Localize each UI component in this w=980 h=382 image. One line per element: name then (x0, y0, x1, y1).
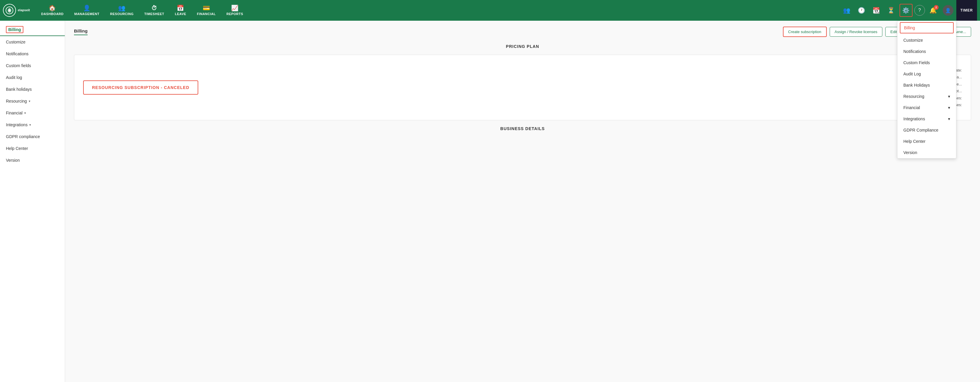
timesheet-icon: ⏱ (151, 5, 158, 11)
logo-text: elapseit (18, 8, 30, 12)
sidebar-integrations-chevron: ▾ (29, 123, 31, 127)
resourcing-icon: 👥 (118, 5, 126, 11)
nav-management[interactable]: 👤 MANAGEMENT (69, 0, 105, 21)
nav-reports-label: REPORTS (226, 12, 243, 16)
dropdown-financial-label: Financial (904, 105, 920, 110)
create-subscription-button[interactable]: Create subscription (783, 27, 827, 37)
content-header: Billing Create subscription Assign / Rev… (74, 27, 971, 37)
nav-timesheet-label: TIMESHEET (145, 12, 164, 16)
logo-circle (3, 4, 16, 17)
help-nav-icon[interactable]: ? (914, 5, 925, 16)
nav-resourcing-label: RESOURCING (110, 12, 134, 16)
user-avatar[interactable]: 👤 (942, 4, 955, 17)
nav-financial-label: FINANCIAL (197, 12, 216, 16)
sidebar-item-version[interactable]: Version (0, 154, 65, 166)
nav-leave-label: LEAVE (175, 12, 186, 16)
nav-resourcing[interactable]: 👥 RESOURCING (105, 0, 139, 21)
sidebar-item-gdpr[interactable]: GDPR compliance (0, 131, 65, 143)
dropdown-gdpr[interactable]: GDPR Compliance (897, 124, 956, 136)
dropdown-version[interactable]: Version (897, 147, 956, 158)
svg-point-1 (9, 10, 10, 11)
dropdown-integrations-chevron: ▾ (948, 116, 950, 121)
financial-icon: 💳 (203, 5, 210, 11)
sidebar-item-notifications[interactable]: Notifications (0, 48, 65, 60)
dropdown-bank-holidays[interactable]: Bank Holidays (897, 79, 956, 91)
notification-nav-icon[interactable]: 🔔 2 (927, 4, 940, 17)
sidebar-item-bank-holidays[interactable]: Bank holidays (0, 83, 65, 95)
management-icon: 👤 (83, 5, 91, 11)
pricing-plan-title: PRICING PLAN (74, 44, 971, 49)
people-nav-icon[interactable]: 👥 (840, 4, 853, 17)
leave-icon: 📅 (177, 5, 185, 11)
sidebar-item-billing[interactable]: Billing (0, 24, 65, 36)
hourglass-nav-icon[interactable]: ⏳ (885, 4, 898, 17)
dashboard-icon: 🏠 (49, 5, 56, 11)
dropdown-audit-log[interactable]: Audit Log (897, 68, 956, 79)
nav-dashboard[interactable]: 🏠 DASHBOARD (36, 0, 69, 21)
dropdown-integrations[interactable]: Integrations ▾ (897, 113, 956, 124)
subscription-status-badge: RESOURCING SUBSCRIPTION - CANCELED (83, 81, 198, 95)
nav-reports[interactable]: 📈 REPORTS (221, 0, 248, 21)
dropdown-billing[interactable]: Billing (900, 22, 954, 33)
clock-nav-icon[interactable]: 🕐 (855, 4, 868, 17)
sidebar-item-financial[interactable]: Financial ▾ (0, 107, 65, 119)
sidebar-item-integrations[interactable]: Integrations ▾ (0, 119, 65, 131)
sidebar-item-custom-fields[interactable]: Custom fields (0, 60, 65, 71)
dropdown-customize[interactable]: Customize (897, 35, 956, 46)
nav-menu: 🏠 DASHBOARD 👤 MANAGEMENT 👥 RESOURCING ⏱ … (36, 0, 840, 21)
dropdown-help-center[interactable]: Help Center (897, 136, 956, 147)
sidebar-item-audit-log[interactable]: Audit log (0, 71, 65, 83)
logo[interactable]: elapseit (3, 4, 30, 17)
dropdown-resourcing-chevron: ▾ (948, 94, 950, 99)
dropdown-custom-fields[interactable]: Custom Fields (897, 57, 956, 68)
nav-financial[interactable]: 💳 FINANCIAL (191, 0, 221, 21)
sidebar-resourcing-chevron: ▾ (29, 99, 30, 103)
main-layout: Billing Customize Notifications Custom f… (0, 21, 980, 382)
page-title: Billing (74, 29, 88, 35)
dropdown-financial-chevron: ▾ (948, 105, 950, 110)
notification-badge: 2 (934, 5, 939, 10)
nav-timesheet[interactable]: ⏱ TIMESHEET (139, 0, 170, 21)
sidebar-item-customize[interactable]: Customize (0, 36, 65, 48)
subscription-box: RESOURCING SUBSCRIPTION - CANCELED Regis… (74, 55, 971, 120)
nav-dashboard-label: DASHBOARD (41, 12, 64, 16)
top-navigation: elapseit 🏠 DASHBOARD 👤 MANAGEMENT 👥 RESO… (0, 0, 980, 21)
sidebar-billing-label: Billing (6, 26, 23, 33)
settings-dropdown: Billing Customize Notifications Custom F… (897, 21, 956, 159)
gear-nav-icon[interactable]: ⚙️ (899, 4, 913, 17)
reports-icon: 📈 (231, 5, 239, 11)
sidebar-financial-chevron: ▾ (24, 111, 26, 115)
sidebar-item-resourcing[interactable]: Resourcing ▾ (0, 95, 65, 107)
timer-button[interactable]: TIMER (956, 0, 977, 21)
logo-icon (5, 6, 14, 14)
dropdown-resourcing-label: Resourcing (904, 94, 924, 99)
nav-right-icons: 👥 🕐 📆 ⏳ ⚙️ ? 🔔 2 👤 TIMER (840, 0, 977, 21)
sidebar-item-help-center[interactable]: Help Center (0, 143, 65, 154)
assign-revoke-button[interactable]: Assign / Revoke licenses (830, 27, 883, 36)
sidebar: Billing Customize Notifications Custom f… (0, 21, 65, 382)
sidebar-integrations-label: Integrations (6, 122, 27, 127)
calendar-nav-icon[interactable]: 📆 (870, 4, 883, 17)
dropdown-financial[interactable]: Financial ▾ (897, 102, 956, 113)
nav-leave[interactable]: 📅 LEAVE (170, 0, 191, 21)
dropdown-integrations-label: Integrations (904, 116, 925, 121)
main-content: Billing Create subscription Assign / Rev… (65, 21, 980, 382)
business-details-title: BUSINESS DETAILS (74, 126, 971, 131)
dropdown-notifications[interactable]: Notifications (897, 46, 956, 57)
sidebar-financial-label: Financial (6, 111, 22, 115)
dropdown-resourcing[interactable]: Resourcing ▾ (897, 91, 956, 102)
sidebar-resourcing-label: Resourcing (6, 99, 27, 103)
nav-management-label: MANAGEMENT (74, 12, 99, 16)
